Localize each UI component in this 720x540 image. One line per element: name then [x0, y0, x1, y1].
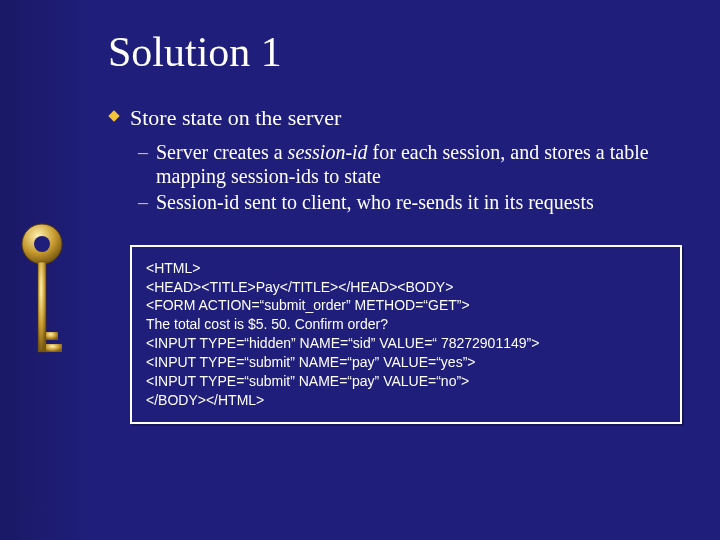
- svg-rect-3: [46, 332, 58, 340]
- slide-content: Solution 1 Store state on the server – S…: [108, 0, 696, 540]
- slide-sidebar: [0, 0, 90, 540]
- svg-rect-4: [46, 344, 62, 352]
- code-line: <INPUT TYPE=“submit” NAME=“pay” VALUE=“n…: [146, 372, 666, 391]
- code-line: <FORM ACTION=“submit_order” METHOD=“GET”…: [146, 296, 666, 315]
- code-line: <INPUT TYPE=“submit” NAME=“pay” VALUE=“y…: [146, 353, 666, 372]
- svg-point-1: [34, 236, 50, 252]
- bullet-text-part: Server creates a: [156, 141, 288, 163]
- bullet-level2: – Session-id sent to client, who re-send…: [108, 190, 696, 214]
- svg-rect-2: [38, 262, 46, 352]
- code-line: </BODY></HTML>: [146, 391, 666, 410]
- diamond-bullet-icon: [108, 110, 120, 122]
- code-line: <HEAD><TITLE>Pay</TITLE></HEAD><BODY>: [146, 278, 666, 297]
- svg-rect-5: [108, 110, 119, 121]
- bullet-level1-text: Store state on the server: [130, 105, 341, 130]
- code-line: <HTML>: [146, 259, 666, 278]
- slide-title: Solution 1: [108, 28, 696, 76]
- code-box: <HTML> <HEAD><TITLE>Pay</TITLE></HEAD><B…: [130, 245, 682, 424]
- code-line: <INPUT TYPE=“hidden” NAME=“sid” VALUE=“ …: [146, 334, 666, 353]
- bullet-level2: – Server creates a session-id for each s…: [108, 140, 696, 189]
- bullet-level1: Store state on the server: [108, 104, 696, 132]
- code-line: The total cost is $5. 50. Confirm order?: [146, 315, 666, 334]
- dash-bullet-icon: –: [138, 140, 148, 164]
- bullet-text-emph: session-id: [288, 141, 368, 163]
- dash-bullet-icon: –: [138, 190, 148, 214]
- bullet-text: Session-id sent to client, who re-sends …: [156, 191, 594, 213]
- key-icon: [18, 220, 66, 380]
